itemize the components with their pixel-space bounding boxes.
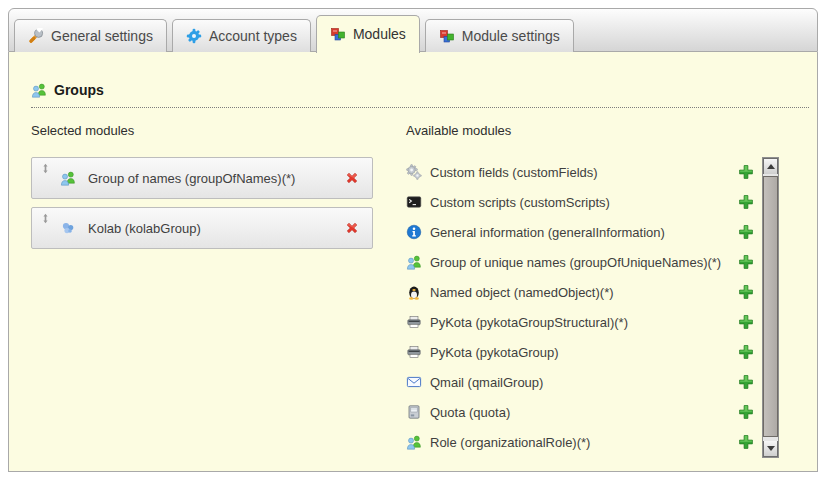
add-module-button[interactable]	[738, 404, 754, 420]
tab-account-types[interactable]: Account types	[172, 19, 311, 52]
available-module-label: Role (organizationalRole)(*)	[430, 434, 730, 451]
terminal-icon	[406, 194, 422, 210]
mail-icon	[406, 374, 422, 390]
available-module-row: Role (organizationalRole)(*)	[406, 427, 754, 457]
section-header-groups: Groups	[31, 82, 809, 108]
add-module-button[interactable]	[738, 164, 754, 180]
scrollbar-thumb[interactable]	[763, 176, 778, 437]
available-module-row: Custom fields (customFields)	[406, 157, 754, 187]
selected-module-row[interactable]: Group of names (groupOfNames)(*)	[31, 157, 373, 199]
add-icon	[738, 374, 754, 390]
selected-modules-list: Group of names (groupOfNames)(*) Kolab (…	[31, 157, 406, 249]
selected-module-label: Group of names (groupOfNames)(*)	[85, 171, 335, 186]
modules-columns: Selected modules Group of names (groupOf…	[31, 123, 809, 458]
add-module-button[interactable]	[738, 434, 754, 450]
modules-panel: Groups Selected modules Group of names (…	[8, 52, 818, 472]
tux-icon	[406, 284, 422, 300]
add-module-button[interactable]	[738, 254, 754, 270]
remove-module-button[interactable]	[344, 170, 360, 186]
available-modules-list: Custom fields (customFields) Custom scri…	[406, 157, 754, 457]
add-module-button[interactable]	[738, 284, 754, 300]
add-icon	[738, 164, 754, 180]
updown-icon	[40, 213, 51, 224]
available-module-row: Named object (namedObject)(*)	[406, 277, 754, 307]
available-module-label: PyKota (pykotaGroup)	[430, 344, 730, 361]
available-module-row: PyKota (pykotaGroup)	[406, 337, 754, 367]
available-module-label: Named object (namedObject)(*)	[430, 284, 730, 301]
drag-handle[interactable]	[40, 213, 51, 224]
available-modules-title: Available modules	[406, 123, 809, 138]
selected-modules-title: Selected modules	[31, 123, 406, 138]
remove-module-button[interactable]	[344, 220, 360, 236]
add-icon	[738, 284, 754, 300]
selected-module-row[interactable]: Kolab (kolabGroup)	[31, 207, 373, 249]
add-icon	[738, 314, 754, 330]
group-icon	[406, 254, 422, 270]
available-module-label: Group of unique names (groupOfUniqueName…	[430, 254, 730, 271]
available-module-row: PyKota (pykotaGroupStructural)(*)	[406, 307, 754, 337]
wrench-icon	[28, 28, 44, 44]
modules-icon	[330, 26, 346, 42]
printer-icon	[406, 314, 422, 330]
info-icon	[406, 224, 422, 240]
available-module-row: Group of unique names (groupOfUniqueName…	[406, 247, 754, 277]
tab-general-settings[interactable]: General settings	[14, 19, 167, 52]
kolab-icon	[60, 220, 76, 236]
group-icon	[60, 170, 76, 186]
add-module-button[interactable]	[738, 194, 754, 210]
available-modules-column: Available modules Custom fields (customF…	[406, 123, 809, 458]
add-icon	[738, 404, 754, 420]
available-module-label: Custom fields (customFields)	[430, 164, 730, 181]
add-module-button[interactable]	[738, 344, 754, 360]
printer-icon	[406, 344, 422, 360]
available-module-label: PyKota (pykotaGroupStructural)(*)	[430, 314, 730, 331]
tab-module-settings[interactable]: Module settings	[425, 19, 574, 52]
tab-modules[interactable]: Modules	[316, 15, 420, 53]
gear-icon	[186, 28, 202, 44]
available-module-label: Custom scripts (customScripts)	[430, 194, 730, 211]
available-module-row: Custom scripts (customScripts)	[406, 187, 754, 217]
gears-icon	[406, 164, 422, 180]
tab-label: Account types	[209, 28, 297, 44]
group-icon	[31, 82, 47, 98]
drag-handle[interactable]	[40, 163, 51, 174]
add-icon	[738, 434, 754, 450]
add-icon	[738, 194, 754, 210]
tab-label: Module settings	[462, 28, 560, 44]
settings-widget: General settings Account types Modules M…	[8, 8, 818, 472]
group-icon	[406, 434, 422, 450]
add-icon	[738, 254, 754, 270]
delete-icon	[344, 220, 360, 236]
available-module-row: Quota (quota)	[406, 397, 754, 427]
selected-modules-column: Selected modules Group of names (groupOf…	[31, 123, 406, 458]
available-module-row: General information (generalInformation)	[406, 217, 754, 247]
scrollbar-up-button[interactable]	[763, 158, 778, 174]
add-module-button[interactable]	[738, 374, 754, 390]
scroll-down-icon	[767, 446, 775, 451]
available-module-label: Quota (quota)	[430, 404, 730, 421]
add-icon	[738, 224, 754, 240]
available-module-label: General information (generalInformation)	[430, 224, 730, 241]
tab-label: General settings	[51, 28, 153, 44]
available-module-label: Qmail (qmailGroup)	[430, 374, 730, 391]
available-modules-wrap: Custom fields (customFields) Custom scri…	[406, 157, 809, 458]
quota-icon	[406, 404, 422, 420]
scroll-up-icon	[767, 164, 775, 169]
section-title: Groups	[54, 82, 104, 98]
updown-icon	[40, 163, 51, 174]
add-module-button[interactable]	[738, 224, 754, 240]
selected-module-label: Kolab (kolabGroup)	[85, 221, 335, 236]
add-module-button[interactable]	[738, 314, 754, 330]
modules-icon	[439, 28, 455, 44]
available-module-row: Qmail (qmailGroup)	[406, 367, 754, 397]
tab-bar: General settings Account types Modules M…	[8, 8, 818, 52]
delete-icon	[344, 170, 360, 186]
scrollbar-down-button[interactable]	[763, 441, 778, 457]
available-modules-scrollbar[interactable]	[762, 157, 779, 458]
tab-label: Modules	[353, 26, 406, 42]
add-icon	[738, 344, 754, 360]
